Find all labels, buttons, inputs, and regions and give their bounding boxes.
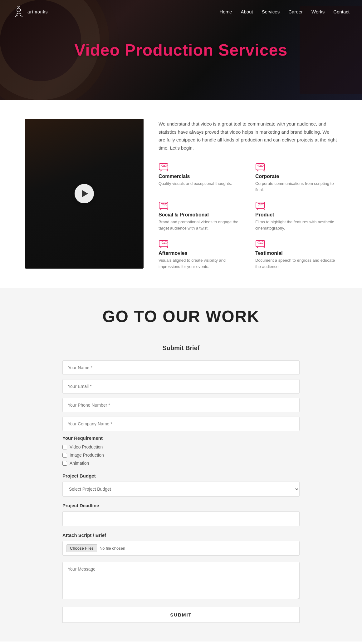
logo[interactable]: artmonks [12, 6, 48, 18]
nav-contact[interactable]: Contact [333, 9, 350, 14]
checkbox-input[interactable] [62, 461, 67, 466]
play-icon [82, 190, 88, 197]
form-section: Submit Brief Your Requirement Video Prod… [0, 338, 362, 642]
attach-label: Attach Script / Brief [62, 533, 300, 538]
nav-career[interactable]: Career [288, 9, 303, 14]
service-desc: Films to highlight the features with aes… [255, 219, 337, 231]
intro-text: We understand that video is a great tool… [159, 120, 337, 152]
hero-title: Video Production Services [75, 41, 288, 59]
budget-label: Project Budget [62, 473, 300, 478]
message-textarea[interactable] [62, 562, 300, 599]
right-content: We understand that video is a great tool… [159, 119, 337, 270]
name-input[interactable] [62, 360, 300, 375]
checkbox-label: Video Production [70, 444, 103, 449]
service-desc: Brand and promotional videos to engage t… [159, 219, 240, 231]
budget-select[interactable]: Select Project BudgetUnder $1000$1000 - … [62, 482, 300, 497]
logo-text: artmonks [27, 9, 48, 14]
form-title: Submit Brief [62, 344, 300, 352]
file-name-display: No file chosen [100, 546, 125, 551]
goto-title: GO TO OUR WORK [25, 307, 337, 326]
service-name: Social & Promotional [159, 212, 240, 218]
service-icon [255, 240, 267, 249]
service-name: Testimonial [255, 250, 337, 256]
svg-rect-2 [256, 164, 265, 170]
submit-button[interactable]: SUBMIT [62, 607, 300, 623]
checkbox-input[interactable] [62, 445, 67, 449]
svg-rect-5 [159, 240, 168, 247]
service-desc: Quality visuals and exceptional thoughts… [159, 181, 240, 187]
deadline-input[interactable] [62, 511, 300, 526]
service-desc: Corporate communications from scripting … [255, 181, 337, 193]
checkbox-label: Image Production [70, 453, 104, 458]
service-name: Product [255, 212, 337, 218]
goto-section: GO TO OUR WORK [0, 288, 362, 338]
service-item: Commercials Quality visuals and exceptio… [159, 163, 240, 193]
svg-point-0 [17, 8, 21, 12]
svg-rect-4 [256, 202, 265, 208]
content-section: We understand that video is a great tool… [0, 100, 362, 288]
service-name: Aftermovies [159, 250, 240, 256]
requirement-label: Your Requirement [62, 435, 300, 441]
file-input-wrapper: Choose Files No file chosen [62, 541, 300, 556]
service-icon [255, 163, 267, 172]
checkbox-input[interactable] [62, 453, 67, 458]
deadline-label: Project Deadline [62, 503, 300, 508]
checkbox-group: Video Production Image Production Animat… [62, 444, 300, 466]
service-icon [159, 201, 170, 211]
nav-links: Home About Services Career Works Contact [219, 9, 350, 15]
service-icon [159, 240, 170, 249]
service-item: Corporate Corporate communications from … [255, 163, 337, 193]
checkbox-item[interactable]: Animation [62, 461, 300, 466]
nav-works[interactable]: Works [311, 9, 325, 14]
svg-rect-6 [256, 240, 265, 247]
services-grid: Commercials Quality visuals and exceptio… [159, 163, 337, 270]
service-desc: Visuals aligned to create visibility and… [159, 257, 240, 270]
checkbox-label: Animation [70, 461, 89, 466]
service-name: Corporate [255, 174, 337, 179]
checkbox-item[interactable]: Image Production [62, 453, 300, 458]
service-icon [159, 163, 170, 172]
service-item: Product Films to highlight the features … [255, 201, 337, 231]
service-item: Social & Promotional Brand and promotion… [159, 201, 240, 231]
service-desc: Document a speech to engross and educate… [255, 257, 337, 270]
svg-rect-1 [159, 164, 168, 170]
nav-about[interactable]: About [241, 9, 253, 14]
svg-rect-3 [159, 202, 168, 208]
service-name: Commercials [159, 174, 240, 179]
checkbox-item[interactable]: Video Production [62, 444, 300, 449]
service-icon [255, 201, 267, 211]
service-item: Aftermovies Visuals aligned to create vi… [159, 240, 240, 270]
service-item: Testimonial Document a speech to engross… [255, 240, 337, 270]
nav-services[interactable]: Services [262, 9, 280, 14]
nav-home[interactable]: Home [219, 9, 232, 14]
company-input[interactable] [62, 417, 300, 431]
phone-input[interactable] [62, 398, 300, 412]
choose-file-button[interactable]: Choose Files [66, 544, 97, 552]
play-button[interactable] [75, 184, 94, 203]
video-thumbnail[interactable] [25, 119, 144, 269]
email-input[interactable] [62, 379, 300, 394]
